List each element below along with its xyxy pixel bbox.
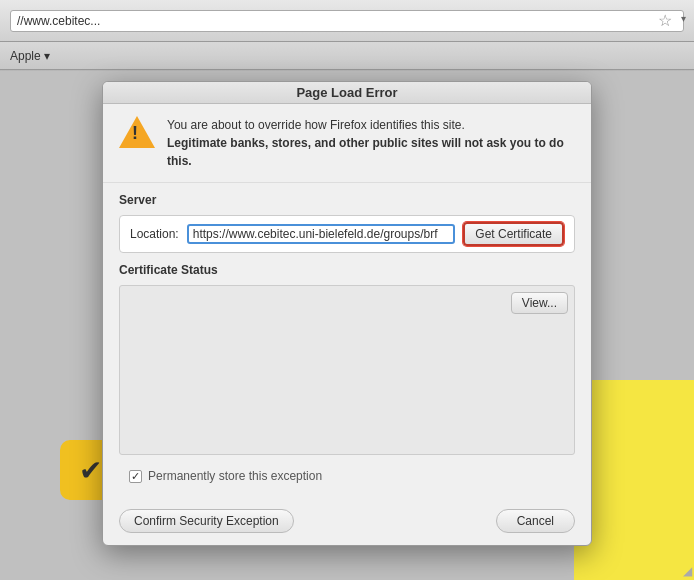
permanently-store-label: Permanently store this exception <box>148 469 322 483</box>
dialog-title: Page Load Error <box>296 85 397 100</box>
permanently-store-checkbox-row: ✓ Permanently store this exception <box>119 465 575 487</box>
dialog-body: Server Location: Get Certificate Certifi… <box>103 183 591 503</box>
server-section-label: Server <box>119 193 575 207</box>
cancel-button[interactable]: Cancel <box>496 509 575 533</box>
location-input[interactable] <box>187 224 456 244</box>
location-label: Location: <box>130 227 179 241</box>
browser-toolbar: //www.cebitec... ☆ ▾ <box>0 0 694 42</box>
certificate-area: View... <box>119 285 575 455</box>
warning-text-bold: Legitimate banks, stores, and other publ… <box>167 136 564 168</box>
cert-section-label: Certificate Status <box>119 263 575 277</box>
confirm-security-exception-button[interactable]: Confirm Security Exception <box>119 509 294 533</box>
bookmark-icon[interactable]: ☆ <box>658 11 672 30</box>
warning-icon <box>119 116 155 152</box>
dialog-footer: Confirm Security Exception Cancel <box>103 503 591 545</box>
dialog-overlay: Page Load Error You are about to overrid… <box>0 71 694 580</box>
get-certificate-button[interactable]: Get Certificate <box>463 222 564 246</box>
dialog-titlebar: Page Load Error <box>103 82 591 104</box>
certificate-status-section: Certificate Status View... <box>119 263 575 455</box>
url-text: //www.cebitec... <box>17 14 100 28</box>
server-section: Server Location: Get Certificate <box>119 193 575 253</box>
checkmark: ✓ <box>131 470 140 483</box>
server-row: Location: Get Certificate <box>119 215 575 253</box>
warning-triangle <box>119 116 155 148</box>
url-bar[interactable]: //www.cebitec... <box>10 10 684 32</box>
apple-menu[interactable]: Apple ▾ <box>10 49 50 63</box>
permanently-store-checkbox[interactable]: ✓ <box>129 470 142 483</box>
apple-menu-label: Apple <box>10 49 41 63</box>
warning-text: You are about to override how Firefox id… <box>167 116 575 170</box>
dialog-warning-section: You are about to override how Firefox id… <box>103 104 591 183</box>
view-certificate-button[interactable]: View... <box>511 292 568 314</box>
apple-menu-arrow: ▾ <box>44 49 50 63</box>
dropdown-arrow-icon: ▾ <box>681 13 686 24</box>
browser-secondary-bar: Apple ▾ <box>0 42 694 70</box>
warning-text-normal: You are about to override how Firefox id… <box>167 118 465 132</box>
security-exception-dialog: Page Load Error You are about to overrid… <box>102 81 592 546</box>
